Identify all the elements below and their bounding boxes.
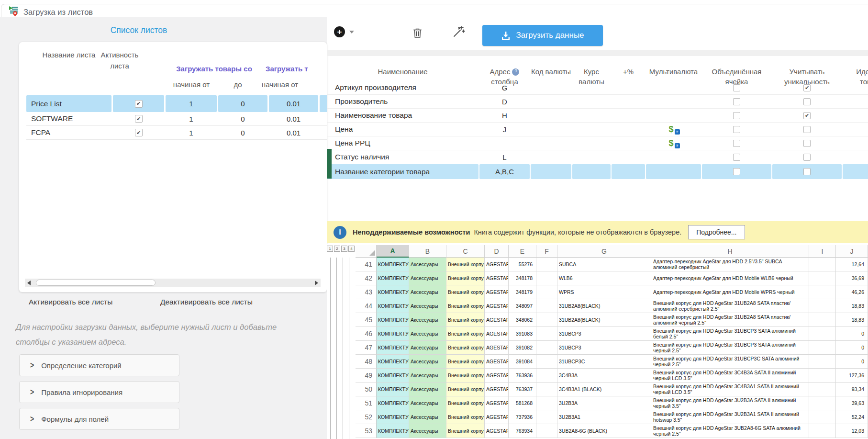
percent-cell[interactable] [612, 150, 645, 164]
cell-h[interactable]: Внешний корпус для HDD AgeStar 3U2B3A SA… [651, 396, 809, 410]
row-number[interactable]: 46 [356, 327, 377, 341]
cell-g[interactable]: 31UBCP3 [557, 341, 651, 355]
cell-a[interactable]: КОМПЛЕКТУЮ [377, 258, 409, 271]
cell-e[interactable]: 391082 [509, 341, 536, 355]
cell-g[interactable]: WPRS [557, 285, 651, 299]
cell-f[interactable] [536, 299, 557, 313]
cell-j[interactable]: 0 [836, 355, 868, 369]
currency-code-cell[interactable] [531, 95, 571, 108]
cell-h[interactable]: Внешний корпус для HDD AgeStar 31UBCP3 S… [651, 327, 809, 341]
multicurrency-cell[interactable]: $? [646, 109, 701, 122]
merged-cell-checkbox[interactable] [733, 98, 740, 105]
cell-f[interactable] [536, 258, 557, 271]
multicurrency-cell[interactable]: $? [646, 123, 701, 136]
scroll-right-arrow-icon[interactable] [315, 281, 318, 285]
cell-e[interactable]: 348178 [509, 271, 536, 285]
sheet-row[interactable]: Price List 1 0 0.01 [26, 95, 327, 112]
row-number[interactable]: 43 [356, 285, 377, 299]
cell-g[interactable]: 31UB2A8(BLACK) [557, 313, 651, 327]
cell-d[interactable]: AGESTAR [485, 258, 509, 271]
currency-code-cell[interactable] [531, 123, 571, 136]
column-address-value[interactable]: J [479, 123, 530, 136]
currency-code-cell[interactable] [531, 81, 571, 94]
sheet-active-checkbox[interactable] [135, 115, 143, 123]
cell-c[interactable]: Внешний корпу [446, 341, 485, 355]
cell-f[interactable] [536, 410, 557, 424]
cell-d[interactable]: AGESTAR [485, 355, 509, 369]
row-number[interactable]: 44 [356, 299, 377, 313]
cell-b[interactable]: Аксессуары [409, 369, 446, 383]
cell-d[interactable]: AGESTAR [485, 396, 509, 410]
cell-c[interactable]: Внешний корпу [446, 271, 485, 285]
cell-e[interactable]: 737936 [509, 410, 536, 424]
cell-b[interactable]: Аксессуары [409, 424, 446, 438]
column-header[interactable]: E [509, 245, 536, 258]
cell-b[interactable]: Аксессуары [409, 383, 446, 396]
cell-a[interactable]: КОМПЛЕКТУЮ [377, 299, 409, 313]
cell-i[interactable] [809, 285, 836, 299]
cell-h[interactable]: Адаптер-переходник AgeStar для HDD Mobil… [651, 271, 809, 285]
column-address-value[interactable]: G [479, 81, 530, 94]
mapping-row[interactable]: Статус наличия L $? [327, 150, 868, 164]
field-name[interactable]: Наименование товара [327, 109, 479, 122]
cell-e[interactable]: 391084 [509, 355, 536, 369]
column-address-value[interactable]: A,B,C [479, 164, 530, 179]
cell-h[interactable]: Внешний корпус для HDD AgeStar 31UB2A8 S… [651, 299, 809, 313]
column-header[interactable]: H [651, 245, 809, 258]
cell-f[interactable] [536, 285, 557, 299]
cell-j[interactable]: 36,69 [836, 271, 868, 285]
cell-g[interactable]: 31UB2A8(BLACK) [557, 299, 651, 313]
cell-f[interactable] [536, 271, 557, 285]
cell-g[interactable]: 3C4B3A [557, 369, 651, 383]
outline-level-button[interactable]: 3 [341, 246, 347, 252]
cell-b[interactable]: Аксессуары [409, 341, 446, 355]
multicurrency-cell[interactable]: $? [646, 164, 701, 179]
percent-cell[interactable] [612, 95, 645, 108]
percent-cell[interactable] [612, 109, 645, 122]
cell-f[interactable] [536, 396, 557, 410]
cell-i[interactable] [809, 355, 836, 369]
cell-f[interactable] [536, 355, 557, 369]
cell-g[interactable]: 3UB2A8-6G (BLACK) [557, 424, 651, 438]
mapping-row[interactable]: Цена J $? [327, 123, 868, 136]
cell-g[interactable]: 3U2B3A1 [557, 410, 651, 424]
currency-rate-cell[interactable] [572, 164, 611, 179]
cell-j[interactable]: 46,26 [836, 285, 868, 299]
column-address-value[interactable]: H [479, 109, 530, 122]
outline-level-button[interactable]: 1 [327, 246, 333, 252]
cell-a[interactable]: КОМПЛЕКТУЮ [377, 355, 409, 369]
cell-i[interactable] [809, 299, 836, 313]
cell-a[interactable]: КОМПЛЕКТУЮ [377, 341, 409, 355]
sheet-start-from-value-2[interactable]: 0.01 [269, 95, 318, 112]
field-name[interactable]: Цена [327, 123, 479, 136]
cell-g[interactable]: 3C4B3A1 (BLACK) [557, 383, 651, 396]
cell-e[interactable]: 763936 [509, 369, 536, 383]
currency-rate-cell[interactable] [572, 136, 611, 150]
cell-e[interactable]: 348062 [509, 313, 536, 327]
select-all-corner[interactable] [356, 245, 377, 258]
cell-h[interactable]: Внешний корпус для HDD AgeStar 31UBCP3C … [651, 355, 809, 369]
cell-c[interactable]: Внешний корпу [446, 299, 485, 313]
percent-cell[interactable] [612, 164, 645, 179]
cell-d[interactable]: AGESTAR [485, 383, 509, 396]
sheet-name[interactable]: Price List [26, 95, 111, 112]
merged-cell-checkbox[interactable] [733, 84, 740, 91]
cell-a[interactable]: КОМПЛЕКТУЮ [377, 271, 409, 285]
column-header[interactable]: I [809, 245, 836, 258]
cell-i[interactable] [809, 327, 836, 341]
cell-j[interactable]: 0 [836, 327, 868, 341]
cell-i[interactable] [809, 341, 836, 355]
cell-c[interactable]: Внешний корпу [446, 424, 485, 438]
cell-c[interactable]: Внешний корпу [446, 396, 485, 410]
sheet-name[interactable]: FCPA [26, 126, 111, 139]
cell-g[interactable]: SUBCA [557, 258, 651, 271]
cell-d[interactable]: AGESTAR [485, 369, 509, 383]
row-number[interactable]: 41 [356, 258, 377, 271]
cell-c[interactable]: Внешний корпу [446, 410, 485, 424]
mapping-row[interactable]: Цена РРЦ $? [327, 136, 868, 150]
mapping-row[interactable]: Производитель D $? [327, 95, 868, 109]
cell-d[interactable]: AGESTAR [485, 424, 509, 438]
row-number[interactable]: 53 [356, 424, 377, 438]
cell-e[interactable]: 581268 [509, 396, 536, 410]
mapping-row[interactable]: Название категории товара A,B,C $? [327, 164, 868, 179]
